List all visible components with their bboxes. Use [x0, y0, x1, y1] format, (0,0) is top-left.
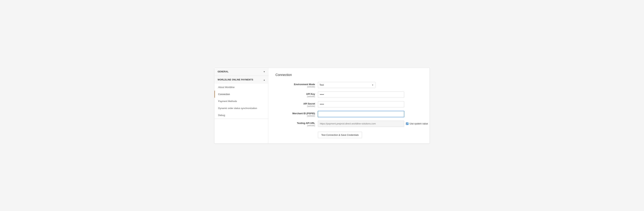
- testing-api-url-input[interactable]: [318, 121, 404, 127]
- label-api-secret: API Secret: [276, 102, 315, 105]
- select-wrapper-environment: Test Production: [318, 82, 375, 88]
- control-group-api-key: [318, 92, 428, 98]
- sidebar-item-connection-label: Connection: [218, 93, 230, 96]
- form-row-environment-mode: Environment Mode [website] Test Producti…: [276, 82, 428, 88]
- label-group-testing-api-url: Testing API URL [website]: [276, 121, 315, 127]
- control-group-merchant-id: [318, 111, 428, 117]
- label-group-button: [276, 130, 315, 131]
- sidebar-item-debug[interactable]: Debug: [214, 112, 268, 119]
- sidebar-section-worldline: WORLDLINE ONLINE PAYMENTS ▴ About Worldl…: [214, 76, 268, 119]
- chevron-down-icon: ▾: [264, 70, 265, 73]
- sidebar-section-general: GENERAL ▾: [214, 68, 268, 76]
- environment-mode-select[interactable]: Test Production: [318, 82, 375, 88]
- control-group-button: Test Connection & Save Credentials: [318, 130, 428, 138]
- test-connection-button-label: Test Connection & Save Credentials: [321, 134, 359, 136]
- label-group-environment-mode: Environment Mode [website]: [276, 82, 315, 88]
- label-api-secret-sub: [website]: [276, 105, 315, 107]
- chevron-up-icon: ▴: [264, 78, 265, 81]
- sidebar-section-worldline-header[interactable]: WORLDLINE ONLINE PAYMENTS ▴: [214, 76, 268, 84]
- label-group-api-key: API Key [website]: [276, 92, 315, 97]
- control-group-api-secret: [318, 101, 428, 107]
- label-group-api-secret: API Secret [website]: [276, 101, 315, 107]
- content-area: Connection Environment Mode [website] Te…: [268, 68, 435, 144]
- sidebar-section-general-header[interactable]: GENERAL ▾: [214, 68, 268, 76]
- main-container: GENERAL ▾ WORLDLINE ONLINE PAYMENTS ▴ Ab…: [214, 67, 430, 144]
- sidebar: GENERAL ▾ WORLDLINE ONLINE PAYMENTS ▴ Ab…: [214, 68, 268, 144]
- use-system-value-label[interactable]: Use system value: [406, 122, 428, 125]
- page-title: Connection: [276, 73, 428, 77]
- label-api-key: API Key: [276, 93, 315, 95]
- sidebar-items-worldline: About Worldline Connection Payment Metho…: [214, 84, 268, 119]
- sidebar-item-about-label: About Worldline: [218, 86, 235, 89]
- form-row-api-key: API Key [website]: [276, 92, 428, 98]
- label-testing-api-url-sub: [website]: [276, 124, 315, 127]
- api-secret-input[interactable]: [318, 101, 404, 107]
- form-grid: Environment Mode [website] Test Producti…: [276, 82, 428, 138]
- form-row-merchant-id: Merchant ID (PSPID) [website]: [276, 111, 428, 117]
- label-api-key-sub: [website]: [276, 95, 315, 97]
- use-system-value-checkbox[interactable]: [406, 122, 408, 125]
- sidebar-item-payment-methods[interactable]: Payment Methods: [214, 98, 268, 105]
- use-system-value-text: Use system value: [410, 122, 428, 125]
- label-testing-api-url: Testing API URL: [276, 122, 315, 124]
- api-key-input[interactable]: [318, 92, 404, 98]
- label-environment-mode-sub: [website]: [276, 86, 315, 88]
- merchant-id-input[interactable]: [318, 111, 404, 117]
- sidebar-section-general-label: GENERAL: [218, 70, 228, 73]
- sidebar-item-connection[interactable]: Connection: [214, 91, 268, 98]
- form-row-testing-api-url: Testing API URL [website] Use system val…: [276, 121, 428, 127]
- sidebar-item-dynamic-order[interactable]: Dynamic order status synchronization: [214, 105, 268, 112]
- control-group-environment-mode: Test Production: [318, 82, 428, 88]
- control-group-testing-api-url: Use system value: [318, 121, 428, 127]
- sidebar-item-payment-methods-label: Payment Methods: [218, 100, 237, 103]
- form-row-button: Test Connection & Save Credentials: [276, 130, 428, 138]
- test-connection-button[interactable]: Test Connection & Save Credentials: [318, 132, 362, 138]
- label-group-merchant-id: Merchant ID (PSPID) [website]: [276, 111, 315, 117]
- sidebar-item-about[interactable]: About Worldline: [214, 84, 268, 91]
- sidebar-item-dynamic-order-label: Dynamic order status synchronization: [218, 107, 257, 110]
- sidebar-item-debug-label: Debug: [218, 114, 225, 117]
- form-row-api-secret: API Secret [website]: [276, 101, 428, 107]
- label-merchant-id: Merchant ID (PSPID): [276, 112, 315, 115]
- label-merchant-id-sub: [website]: [276, 115, 315, 117]
- label-environment-mode: Environment Mode: [276, 83, 315, 86]
- sidebar-section-worldline-label: WORLDLINE ONLINE PAYMENTS: [218, 78, 253, 81]
